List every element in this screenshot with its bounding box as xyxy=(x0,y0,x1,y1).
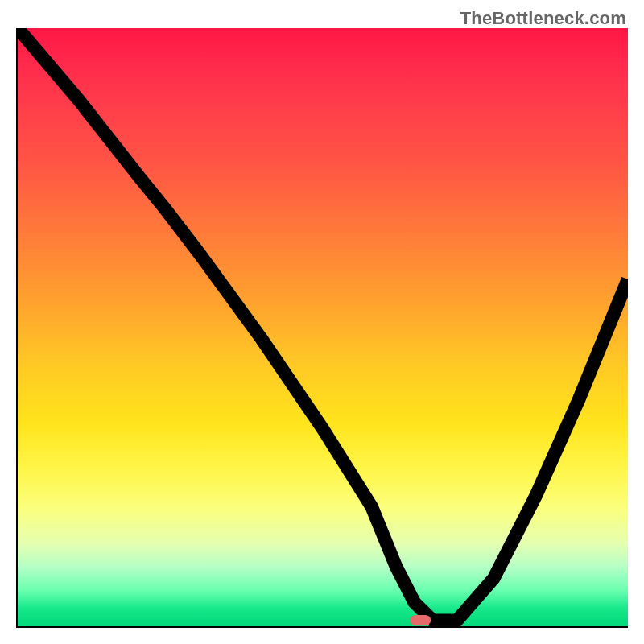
optimum-marker xyxy=(410,615,431,625)
bottleneck-curve xyxy=(18,28,628,621)
plot-area xyxy=(16,28,628,628)
watermark-text: TheBottleneck.com xyxy=(460,8,626,29)
curve-overlay xyxy=(18,28,628,626)
chart-container: TheBottleneck.com xyxy=(0,0,644,644)
